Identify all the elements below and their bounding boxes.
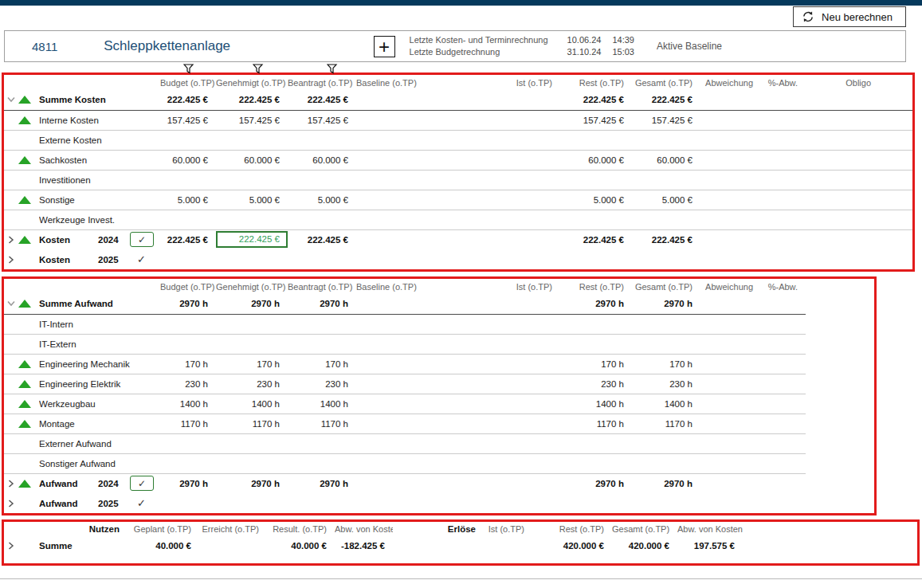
cell-genehmigt [216, 170, 288, 190]
cell-rest [560, 210, 632, 229]
row-label: Montage [39, 419, 160, 429]
cell-gesamt: 157.425 € [632, 110, 700, 130]
chevron-right-icon[interactable] [4, 542, 18, 550]
summe-table: NutzenGeplant (o.TP)Erreicht (o.TP)Resul… [4, 522, 917, 555]
row-year: 2025 [98, 499, 130, 508]
cell-beantragt: 60.000 € [288, 150, 356, 170]
cell-beantragt: 2970 h [288, 473, 356, 493]
table-row: Summe Aufwand2970 h2970 h2970 h2970 h297… [4, 294, 806, 314]
cell-baseline [356, 314, 422, 334]
row-tree-cell: Montage [4, 414, 160, 433]
cell-budget: 2970 h [160, 294, 216, 314]
chevron-right-icon[interactable] [4, 236, 18, 244]
column-header: Budget (o.TP) [160, 279, 216, 294]
trend-up-triangle [18, 400, 31, 408]
kosten-section: Budget (o.TP)Genehmigt (o.TP)Beantragt (… [2, 73, 915, 272]
cell-beantragt: 1400 h [288, 394, 356, 414]
column-header-row: NutzenGeplant (o.TP)Erreicht (o.TP)Resul… [4, 522, 917, 536]
cell-pabw [761, 354, 806, 374]
filter-icon[interactable] [253, 64, 264, 74]
table-row: Sachkosten60.000 €60.000 €60.000 €60.000… [4, 150, 912, 170]
column-header-row: Budget (o.TP)Genehmigt (o.TP)Beantragt (… [4, 75, 912, 90]
recalculate-button[interactable]: Neu berechnen [793, 6, 906, 27]
cell-beantragt [288, 334, 356, 354]
cell-pabw [761, 394, 806, 414]
row-label: Summe Kosten [39, 95, 160, 104]
cell-genehmigt: 2970 h [216, 294, 288, 314]
editable-highlighted-cell[interactable]: 222.425 € [216, 231, 288, 248]
cell-pabw [761, 90, 806, 110]
cell-result: 40.000 € [267, 536, 335, 555]
cell-abweichung [700, 433, 761, 453]
check-icon: ✓ [138, 479, 146, 488]
table-row: Interne Kosten157.425 €157.425 €157.425 … [4, 110, 912, 130]
year-checkbox-checked[interactable]: ✓ [130, 476, 154, 491]
row-tree-cell: Engineering Mechanik [4, 354, 160, 374]
row-tree: Externer Aufwand [4, 434, 160, 453]
expand-plus-button[interactable]: + [374, 36, 395, 57]
cell-baseline [356, 170, 422, 190]
row-tree: Sonstige [4, 190, 160, 210]
chevron-right-icon[interactable] [4, 256, 18, 264]
year-checkbox-checked[interactable]: ✓ [130, 232, 154, 247]
cell-budget [160, 170, 216, 190]
cell-rest: 1170 h [560, 414, 632, 433]
cell-obligo [806, 150, 912, 170]
column-header-tree [4, 75, 160, 90]
row-label: Investitionen [39, 175, 160, 185]
row-tree: Montage [4, 414, 160, 433]
filter-icon[interactable] [327, 64, 338, 74]
column-header: Rest (o.TP) [560, 279, 632, 294]
row-tree-cell: Summe [4, 536, 76, 555]
cell-beantragt [288, 453, 356, 473]
top-accent-bar [0, 0, 922, 6]
filter-icon[interactable] [183, 64, 194, 74]
table-row: Werkzeuge Invest. [4, 210, 912, 229]
cell-rest [560, 334, 632, 354]
cell-beantragt: 2970 h [288, 294, 356, 314]
row-tree-cell: Sonstige [4, 190, 160, 210]
cell-erloese [393, 536, 484, 555]
row-label: IT-Extern [39, 339, 160, 349]
row-tree-cell: Aufwand2025✓ [4, 493, 160, 513]
cell-abweichung [700, 453, 761, 473]
row-label: Werkzeugbau [39, 399, 160, 409]
cell-ist [422, 210, 560, 229]
chevron-down-icon[interactable] [4, 300, 18, 308]
cell-rest [560, 433, 632, 453]
chevron-right-icon[interactable] [4, 500, 18, 508]
cell-genehmigt [216, 314, 288, 334]
row-tree-cell: Aufwand2024✓ [4, 473, 160, 493]
cell-obligo [806, 249, 912, 269]
cell-pabw [761, 453, 806, 473]
row-tree-cell: Externer Aufwand [4, 433, 160, 453]
cell-beantragt [288, 433, 356, 453]
cell-rest: 60.000 € [560, 150, 632, 170]
cell-baseline [356, 229, 422, 249]
cell-obligo [806, 130, 912, 150]
cell-pabw [761, 210, 806, 229]
trend-up-icon [18, 360, 39, 368]
column-header: Gesamt (o.TP) [612, 522, 677, 536]
table-row: Engineering Mechanik170 h170 h170 h170 h… [4, 354, 806, 374]
trend-up-icon [18, 420, 39, 428]
last-cost-calc-date: 10.06.24 [567, 34, 602, 46]
cell-abweichung [700, 473, 761, 493]
trend-up-icon [18, 116, 39, 124]
chevron-down-icon[interactable] [4, 96, 18, 104]
cell-rest: 222.425 € [560, 229, 632, 249]
cell-budget: 60.000 € [160, 150, 216, 170]
cell-beantragt [288, 170, 356, 190]
cell-budget [160, 493, 216, 513]
row-tree: Externe Kosten [4, 131, 160, 150]
column-header [743, 522, 917, 536]
cell-beantragt: 1170 h [288, 414, 356, 433]
column-header: Budget (o.TP) [160, 75, 216, 90]
row-label: Externe Kosten [39, 135, 160, 145]
cell-budget [160, 130, 216, 150]
row-year: 2025 [98, 255, 130, 265]
chevron-right-icon[interactable] [4, 480, 18, 488]
cell-baseline [356, 190, 422, 210]
cell-geplant: 40.000 € [128, 536, 199, 555]
cell-ist [422, 170, 560, 190]
